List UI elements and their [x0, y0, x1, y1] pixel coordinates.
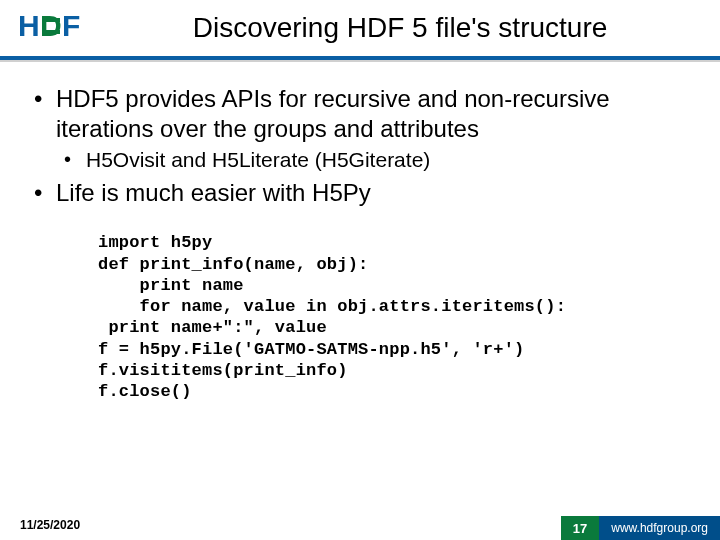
footer-brand: www.hdfgroup.org	[599, 516, 720, 540]
slide-header: H D F Discovering HDF 5 file's structure	[0, 0, 720, 58]
slide-content: HDF5 provides APIs for recursive and non…	[34, 84, 694, 402]
svg-text:D: D	[40, 9, 62, 42]
bullet-1a-text: H5Ovisit and H5Literate (H5Giterate)	[86, 148, 430, 171]
header-rule	[0, 56, 720, 60]
page-number: 17	[561, 516, 599, 540]
slide-title: Discovering HDF 5 file's structure	[110, 12, 690, 44]
bullet-2-text: Life is much easier with H5Py	[56, 179, 371, 206]
footer-date: 11/25/2020	[20, 518, 80, 532]
bullet-1: HDF5 provides APIs for recursive and non…	[34, 84, 694, 174]
svg-text:F: F	[62, 9, 80, 42]
bullet-1-text: HDF5 provides APIs for recursive and non…	[56, 85, 610, 142]
bullet-2: Life is much easier with H5Py	[34, 178, 694, 208]
hdf-logo: H D F	[18, 8, 86, 50]
svg-rect-4	[42, 30, 60, 34]
bullet-1a: H5Ovisit and H5Literate (H5Giterate)	[64, 146, 694, 174]
slide-footer: 11/25/2020 17 www.hdfgroup.org	[0, 512, 720, 540]
svg-text:H: H	[18, 9, 40, 42]
code-block: import h5py def print_info(name, obj): p…	[98, 232, 694, 402]
svg-rect-3	[42, 18, 60, 22]
